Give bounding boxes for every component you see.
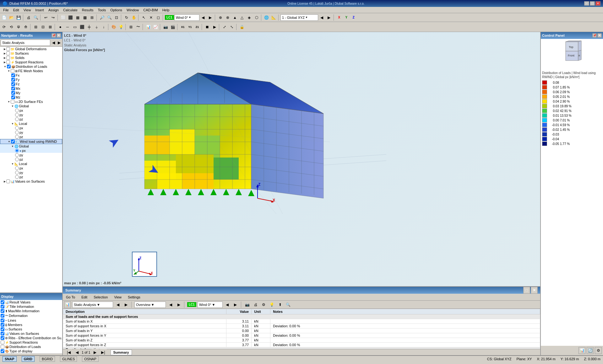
- nav-bottom-checkbox[interactable]: [1, 345, 4, 349]
- menu-tools[interactable]: Tools: [96, 8, 108, 13]
- nav-item-fz[interactable]: Fz: [0, 82, 62, 86]
- tb-btn-5[interactable]: ⊞: [89, 14, 95, 21]
- open-button[interactable]: 📂: [8, 14, 15, 21]
- menu-assign[interactable]: Assign: [46, 8, 61, 13]
- nav-bottom-maxmin[interactable]: ⬆ Max/Min Information: [0, 309, 62, 313]
- nav-cube[interactable]: Top Front R: [558, 40, 586, 68]
- summary-menu-selection[interactable]: Selection: [92, 295, 110, 300]
- nav-pin-btn[interactable]: 📌: [52, 33, 56, 38]
- nav-bottom-checkbox[interactable]: [1, 336, 4, 340]
- summary-icon-1[interactable]: 📷: [244, 301, 251, 308]
- tb2-expand[interactable]: ⤢: [221, 24, 228, 30]
- tb2-lock[interactable]: 🔒: [238, 24, 245, 30]
- nav-bottom-distribution-loads[interactable]: 📦 Distribution of Loads: [0, 345, 62, 349]
- analysis-dropdown[interactable]: Static Analysis: [1, 40, 50, 46]
- print-preview-button[interactable]: 🔍: [32, 14, 39, 21]
- tb2-stop[interactable]: ⏹: [204, 24, 211, 30]
- tb-btn-1[interactable]: ⬜: [60, 14, 67, 21]
- nav-bottom-ribs[interactable]: ⚙ Ribs - Effective Contribution on Su...: [0, 336, 62, 340]
- nav-bottom-icon-4[interactable]: ─: [26, 355, 33, 355]
- summary-icon-5[interactable]: ⬆: [277, 301, 284, 308]
- summary-prev-page[interactable]: ◀: [73, 349, 80, 356]
- expand-icon[interactable]: ▼: [11, 122, 14, 125]
- menu-options[interactable]: Options: [108, 8, 124, 13]
- undo-button[interactable]: ↩: [42, 14, 49, 21]
- summary-last-page[interactable]: ▶|: [100, 349, 107, 356]
- nav-bottom-checkbox[interactable]: [1, 340, 4, 344]
- snap-toggle[interactable]: SNAP: [3, 356, 17, 362]
- menu-view[interactable]: View: [22, 8, 33, 13]
- nav-item-local-pz[interactable]: pz: [0, 135, 62, 139]
- expand-icon[interactable]: ▼: [8, 140, 10, 143]
- tb2-load[interactable]: ↓: [100, 24, 107, 30]
- summary-menu-view[interactable]: View: [112, 295, 123, 300]
- nav-checkbox[interactable]: [6, 56, 10, 60]
- tb2-collapse[interactable]: ⤡: [228, 24, 235, 30]
- tb2-4[interactable]: ⟰: [22, 24, 29, 30]
- radio-wind-local-py[interactable]: [15, 171, 19, 174]
- nav-bottom-checkbox[interactable]: [1, 323, 4, 327]
- tb-more-5[interactable]: ◈: [246, 14, 253, 21]
- expand-icon[interactable]: ▶: [4, 52, 6, 55]
- tb2-deform[interactable]: 〜: [135, 24, 142, 30]
- tb2-render[interactable]: 💡: [117, 24, 124, 30]
- nav-bottom-deformation[interactable]: 〜 Deformation: [0, 313, 62, 318]
- radio-wind-local-px[interactable]: [15, 166, 19, 170]
- nav-checkbox[interactable]: [11, 82, 15, 86]
- cp-icon-2[interactable]: 🔄: [587, 347, 594, 354]
- close-button[interactable]: ✕: [595, 1, 600, 6]
- nav-bottom-checkbox[interactable]: [1, 332, 4, 335]
- tb2-solid[interactable]: ⬛: [79, 24, 85, 30]
- viewport-3d[interactable]: LC1 - Wind 0° LC1 - Wind 0° Static Analy…: [63, 32, 540, 286]
- nav-bottom-result-values[interactable]: 📊 Result Values: [0, 300, 62, 304]
- tb2-surface[interactable]: ▭: [71, 24, 78, 30]
- tb2-3[interactable]: ⟱: [15, 24, 22, 30]
- tb2-node[interactable]: ●: [57, 24, 64, 30]
- menu-results[interactable]: Results: [80, 8, 95, 13]
- summary-icon-6[interactable]: 🔍: [285, 301, 292, 308]
- redo-button[interactable]: ↪: [50, 14, 57, 21]
- tb-btn-3[interactable]: ▦: [74, 14, 81, 21]
- tb2-6[interactable]: ⊟: [40, 24, 46, 30]
- expand-icon[interactable]: ▼: [4, 65, 6, 68]
- nav-bottom-lines[interactable]: ─ Lines: [0, 318, 62, 323]
- summary-menu-settings[interactable]: Settings: [126, 295, 142, 300]
- menu-file[interactable]: File: [1, 8, 11, 13]
- nav-checkbox[interactable]: [6, 60, 10, 64]
- tb2-1[interactable]: ⟳: [1, 24, 8, 30]
- nav-item-support-reactions[interactable]: ▶ ⚡ Support Reactions: [0, 60, 62, 64]
- nav-item-wind-local[interactable]: ▼ 📐 Local: [0, 162, 62, 166]
- nav-item-wind-local-py[interactable]: py: [0, 170, 62, 175]
- nav-item-values-surfaces[interactable]: ▶ 📊 Values on Surfaces: [0, 179, 62, 184]
- nav-item-wind-load[interactable]: ▼ 💨 Wind load using RWIND: [0, 139, 62, 144]
- next-lc-btn[interactable]: ▶: [207, 14, 214, 21]
- radio-wind-local-pz[interactable]: [15, 175, 19, 179]
- radio-wind-global-px[interactable]: [15, 149, 19, 153]
- nav-checkbox[interactable]: [6, 179, 10, 183]
- nav-item-2d-surface-fes[interactable]: ▼ ▭ 2D Surface FEs: [0, 99, 62, 104]
- nav-bottom-surfaces-2[interactable]: ▭ Surfaces: [0, 327, 62, 331]
- nav-bottom-icon-1[interactable]: 📊: [1, 355, 8, 355]
- minimize-button[interactable]: −: [584, 1, 589, 6]
- radio-global-py[interactable]: [15, 113, 19, 117]
- radio-global-pz[interactable]: [15, 117, 19, 121]
- nav-item-distribution-loads[interactable]: ▼ 📦 Distribution of Loads: [0, 64, 62, 69]
- tb2-mesh[interactable]: ⊞: [128, 24, 134, 30]
- menu-cad-bim[interactable]: CAD-BIM: [141, 8, 160, 13]
- nav-item-global-deformations[interactable]: ▶ 📁 Global Deformations: [0, 47, 62, 51]
- summary-overview-next[interactable]: ▶: [175, 301, 182, 308]
- tb2-line[interactable]: ─: [64, 24, 71, 30]
- expand-icon[interactable]: ▼: [11, 163, 14, 165]
- nav-bottom-checkbox[interactable]: [1, 314, 4, 318]
- nav-item-wind-global-py[interactable]: py: [0, 153, 62, 157]
- tb2-member[interactable]: ╪: [86, 24, 93, 30]
- nav-item-surfaces[interactable]: ▶ 📁 Surfaces: [0, 51, 62, 56]
- tb2-color[interactable]: 🎨: [110, 24, 117, 30]
- nav-checkbox[interactable]: [6, 51, 10, 55]
- nav-bottom-checkbox[interactable]: [1, 349, 4, 353]
- tb-more-4[interactable]: △: [239, 14, 246, 21]
- tb-more-3[interactable]: ▲: [231, 14, 238, 21]
- summary-prev-btn[interactable]: ◀: [114, 301, 121, 308]
- tb2-xyz-1[interactable]: X1: [179, 24, 186, 30]
- nav-item-fe-mesh-nodes[interactable]: ▼ ⊞ FE Mesh Nodes: [0, 69, 62, 73]
